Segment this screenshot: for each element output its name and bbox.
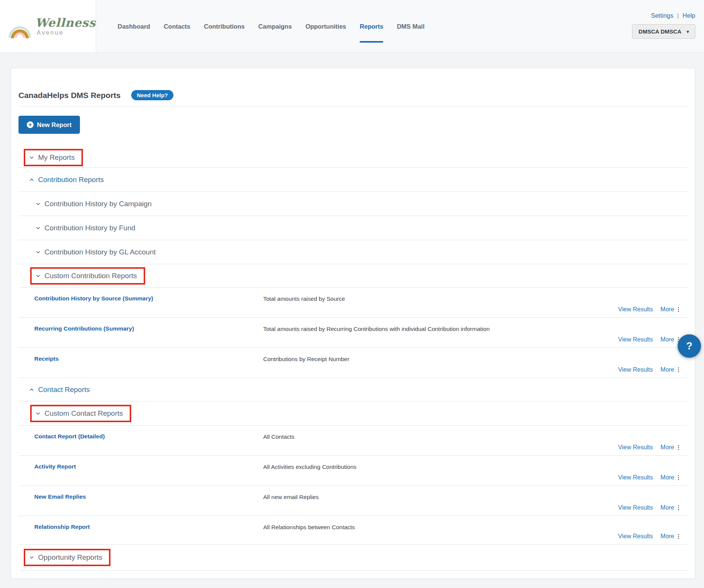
subsection-toggle-custom-contribution-reports[interactable]: Custom Contribution Reports <box>30 267 145 285</box>
more-menu-icon: ⋮ <box>676 444 681 451</box>
nav-item-dms-mail[interactable]: DMS Mail <box>397 23 424 30</box>
reports-list: My Reports Contribution Reports Contribu… <box>18 147 687 571</box>
report-title-link[interactable]: Contribution History by Source (Summary) <box>34 295 153 302</box>
more-link[interactable]: More⋮ <box>661 306 681 313</box>
subsection-toggle-contribution-history-by-gl-account[interactable]: Contribution History by GL Account <box>35 248 156 256</box>
view-results-link[interactable]: View Results <box>618 306 653 313</box>
chevron-down-icon <box>35 273 41 279</box>
account-menu-button[interactable]: DMSCA DMSCA ▾ <box>632 24 695 39</box>
report-row-activity-report: Activity Report All Activities excluding… <box>18 456 687 486</box>
report-row-recurring-contributions: Recurring Contributions (Summary) Total … <box>18 318 687 348</box>
section-row-my-reports: My Reports <box>18 147 687 168</box>
main-nav: Dashboard Contacts Contributions Campaig… <box>118 0 425 53</box>
brand-name: Wellness <box>35 17 96 29</box>
section-row-contact-reports: Contact Reports <box>18 378 687 401</box>
report-title-link[interactable]: Receipts <box>34 355 59 362</box>
more-menu-icon: ⋮ <box>676 366 681 373</box>
help-link[interactable]: Help <box>683 12 695 19</box>
view-results-link[interactable]: View Results <box>618 533 653 540</box>
section-label: Contribution History by Fund <box>44 224 135 232</box>
more-menu-icon: ⋮ <box>676 533 681 540</box>
section-label: Contribution Reports <box>38 176 104 184</box>
view-results-link[interactable]: View Results <box>618 504 653 511</box>
chevron-down-icon <box>35 225 41 231</box>
report-row-new-email-replies: New Email Replies All new email Replies … <box>18 486 687 516</box>
section-label: Custom Contribution Reports <box>44 272 137 280</box>
section-row-contribution-reports: Contribution Reports <box>18 168 687 192</box>
chevron-down-icon <box>35 201 41 207</box>
new-report-button[interactable]: + New Report <box>18 116 80 134</box>
section-row-contribution-history-by-campaign: Contribution History by Campaign <box>18 192 687 216</box>
more-link[interactable]: More⋮ <box>661 533 681 540</box>
section-toggle-opportunity-reports[interactable]: Opportunity Reports <box>24 549 110 566</box>
report-title-link[interactable]: Contact Report (Detailed) <box>34 433 105 440</box>
more-menu-icon: ⋮ <box>676 474 681 481</box>
chevron-down-icon <box>29 555 34 560</box>
section-label: Contact Reports <box>38 386 90 394</box>
title-divider <box>18 106 687 107</box>
more-link[interactable]: More⋮ <box>661 504 681 511</box>
more-menu-icon: ⋮ <box>676 504 681 511</box>
plus-icon: + <box>27 121 34 128</box>
need-help-badge[interactable]: Need Help? <box>131 90 174 100</box>
nav-item-reports[interactable]: Reports <box>360 23 383 30</box>
caret-down-icon: ▾ <box>687 29 689 34</box>
section-toggle-contact-reports[interactable]: Contact Reports <box>29 386 90 394</box>
chevron-up-icon <box>29 387 34 392</box>
subsection-toggle-contribution-history-by-campaign[interactable]: Contribution History by Campaign <box>35 200 152 208</box>
floating-help-button[interactable]: ? <box>678 334 701 358</box>
header-right: Settings|Help DMSCA DMSCA ▾ <box>632 12 695 39</box>
section-toggle-my-reports[interactable]: My Reports <box>24 149 83 166</box>
brand-subname: Avenue <box>35 30 96 36</box>
report-description: All Relationships between Contacts <box>263 524 355 531</box>
section-row-custom-contact-reports: Custom Contact Reports <box>18 401 687 426</box>
reports-card: CanadaHelps DMS Reports Need Help? + New… <box>11 68 695 579</box>
nav-item-campaigns[interactable]: Campaigns <box>258 23 292 30</box>
view-results-link[interactable]: View Results <box>618 444 653 451</box>
nav-item-contacts[interactable]: Contacts <box>164 23 190 30</box>
view-results-link[interactable]: View Results <box>618 366 653 373</box>
view-results-link[interactable]: View Results <box>618 336 653 343</box>
report-title-link[interactable]: Activity Report <box>34 463 76 470</box>
report-description: Total amounts raised by Recurring Contri… <box>263 326 490 332</box>
view-results-link[interactable]: View Results <box>618 474 653 481</box>
subsection-toggle-custom-contact-reports[interactable]: Custom Contact Reports <box>30 405 131 422</box>
report-row-contact-report-detailed: Contact Report (Detailed) All Contacts V… <box>18 426 687 456</box>
report-title-link[interactable]: New Email Replies <box>34 493 86 500</box>
new-report-label: New Report <box>37 121 72 129</box>
report-row-receipts: Receipts Contributions by Receipt Number… <box>18 348 687 378</box>
rainbow-logo-icon <box>8 13 31 40</box>
more-link[interactable]: More⋮ <box>661 474 681 481</box>
chevron-down-icon <box>29 155 34 160</box>
section-row-contribution-history-by-gl-account: Contribution History by GL Account <box>18 240 687 264</box>
subsection-toggle-contribution-history-by-fund[interactable]: Contribution History by Fund <box>35 224 135 232</box>
report-row-contribution-history-by-source: Contribution History by Source (Summary)… <box>18 288 687 318</box>
more-link[interactable]: More⋮ <box>661 366 681 373</box>
chevron-down-icon <box>35 411 41 416</box>
section-label: Contribution History by GL Account <box>44 248 156 256</box>
chevron-down-icon <box>35 250 41 255</box>
report-row-relationship-report: Relationship Report All Relationships be… <box>18 516 687 545</box>
section-label: My Reports <box>38 153 75 162</box>
report-description: All new email Replies <box>263 494 319 501</box>
report-description: All Activities excluding Contributions <box>263 464 356 470</box>
report-title-link[interactable]: Recurring Contributions (Summary) <box>34 325 134 332</box>
report-description: Contributions by Receipt Number <box>263 356 349 363</box>
nav-item-opportunities[interactable]: Opportunities <box>305 23 346 30</box>
section-row-contribution-history-by-fund: Contribution History by Fund <box>18 216 687 240</box>
section-label: Custom Contact Reports <box>44 409 123 418</box>
section-toggle-contribution-reports[interactable]: Contribution Reports <box>29 176 104 184</box>
more-link[interactable]: More⋮ <box>661 444 681 451</box>
nav-item-dashboard[interactable]: Dashboard <box>118 23 150 30</box>
section-label: Contribution History by Campaign <box>44 200 152 208</box>
report-title-link[interactable]: Relationship Report <box>34 524 90 530</box>
more-menu-icon: ⋮ <box>676 306 681 313</box>
top-nav: Wellness Avenue Dashboard Contacts Contr… <box>0 0 704 53</box>
report-description: Total amounts raised by Source <box>263 296 345 302</box>
page-title: CanadaHelps DMS Reports <box>18 91 121 100</box>
nav-item-contributions[interactable]: Contributions <box>204 23 245 30</box>
brand-logo: Wellness Avenue <box>0 0 96 52</box>
settings-link[interactable]: Settings <box>651 12 673 19</box>
settings-help-separator: | <box>677 12 679 19</box>
section-label: Opportunity Reports <box>38 553 102 562</box>
